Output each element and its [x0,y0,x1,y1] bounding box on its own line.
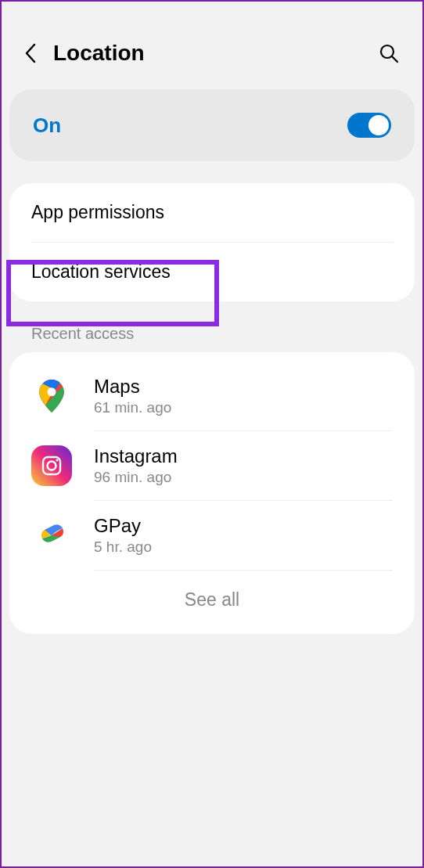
toggle-knob [368,115,389,135]
app-info: Maps 61 min. ago [94,376,393,416]
recent-access-card: Maps 61 min. ago Instagram 96 min. ago [9,352,415,634]
app-time: 5 hr. ago [94,538,393,556]
app-name: Maps [94,376,393,398]
app-name: GPay [94,515,393,537]
svg-point-2 [47,387,56,396]
toggle-label: On [33,113,61,138]
recent-item-gpay[interactable]: GPay 5 hr. ago [9,501,415,570]
app-time: 96 min. ago [94,469,393,486]
app-info: GPay 5 hr. ago [94,515,393,556]
search-icon [379,43,399,63]
toggle-switch[interactable] [347,113,391,138]
location-master-toggle[interactable]: On [9,89,415,161]
location-services-row[interactable]: Location services [9,243,415,301]
svg-point-6 [56,459,58,461]
header: Location [2,2,422,89]
chevron-left-icon [24,43,37,63]
gpay-icon [31,515,72,556]
instagram-icon [31,445,72,486]
svg-point-5 [48,462,56,470]
recent-item-maps[interactable]: Maps 61 min. ago [9,362,415,430]
svg-line-1 [392,56,397,62]
page-title: Location [53,41,377,66]
app-time: 61 min. ago [94,399,393,416]
settings-card: App permissions Location services [9,183,415,301]
back-button[interactable] [23,41,38,65]
maps-icon [31,376,72,416]
app-name: Instagram [94,445,393,467]
recent-access-label: Recent access [2,315,422,352]
app-info: Instagram 96 min. ago [94,445,393,486]
see-all-button[interactable]: See all [9,571,415,620]
search-button[interactable] [377,41,401,65]
recent-item-instagram[interactable]: Instagram 96 min. ago [9,431,415,500]
app-permissions-row[interactable]: App permissions [9,183,415,242]
